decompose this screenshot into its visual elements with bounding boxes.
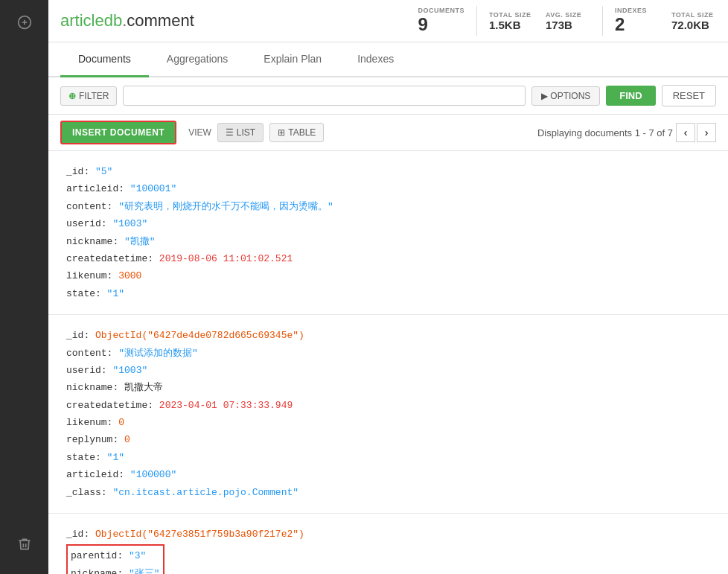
doc-field: userid: "1003" xyxy=(66,215,710,232)
filter-icon: ⊕ xyxy=(68,91,76,101)
filter-toolbar: ⊕ FILTER ▶ OPTIONS FIND RESET xyxy=(48,77,728,115)
document-card-3: _id: ObjectId("6427e3851f759b3a90f217e2"… xyxy=(48,514,728,574)
table-icon: ⊞ xyxy=(278,127,285,138)
doc-field-parentid: parentid: "3" xyxy=(71,547,160,564)
tab-explain-plan[interactable]: Explain Plan xyxy=(246,42,339,77)
find-button[interactable]: FIND xyxy=(606,86,655,106)
avg-size-label: AVG. SIZE xyxy=(546,11,581,19)
db-name: articledb xyxy=(60,11,122,30)
list-icon: ☰ xyxy=(226,127,234,138)
doc-field: nickname: 凯撒大帝 xyxy=(66,379,710,396)
total-size-label1: TOTAL SIZE xyxy=(489,11,531,19)
tab-documents[interactable]: Documents xyxy=(60,42,149,77)
indexes-count: 2 xyxy=(615,14,625,35)
sidebar xyxy=(0,0,48,574)
collection-name: comment xyxy=(127,11,194,30)
reset-button[interactable]: RESET xyxy=(662,85,716,106)
next-page-button[interactable]: › xyxy=(697,123,716,142)
doc-field: likenum: 3000 xyxy=(66,267,710,284)
prev-page-button[interactable]: ‹ xyxy=(676,123,695,142)
doc-field: state: "1" xyxy=(66,449,710,466)
total-size-value2: 72.0KB xyxy=(671,19,709,31)
documents-stat: DOCUMENTS 9 xyxy=(418,7,465,35)
total-size-label2: TOTAL SIZE xyxy=(671,11,714,19)
doc-field: _class: "cn.itcast.article.pojo.Comment" xyxy=(66,484,710,501)
doc-field-nickname: nickname: "张三" xyxy=(71,565,160,574)
doc-field: articleid: "100000" xyxy=(66,466,710,483)
divider1 xyxy=(476,6,477,36)
doc-field: userid: "1003" xyxy=(66,362,710,379)
doc-field: _id: ObjectId("6427e3851f759b3a90f217e2"… xyxy=(66,526,710,543)
avg-size-stat: AVG. SIZE 173B xyxy=(546,11,590,31)
collection-title: articledb.comment xyxy=(60,11,194,31)
total-size-stat2: TOTAL SIZE 72.0KB xyxy=(671,11,716,31)
doc-field: _id: ObjectId("6427de4de0782d665c69345e"… xyxy=(66,327,710,344)
tabs: Documents Aggregations Explain Plan Inde… xyxy=(48,42,728,77)
doc-field: replynum: 0 xyxy=(66,431,710,448)
filter-label: FILTER xyxy=(79,91,109,101)
indexes-label: INDEXES xyxy=(615,7,647,14)
document-card-2: _id: ObjectId("6427de4de0782d665c69345e"… xyxy=(48,315,728,514)
total-size-stat1: TOTAL SIZE 1.5KB xyxy=(489,11,534,31)
insert-document-button[interactable]: INSERT DOCUMENT xyxy=(60,121,176,144)
list-view-button[interactable]: ☰ LIST xyxy=(217,123,264,142)
doc-field: _id: "5" xyxy=(66,163,710,180)
doc-field: state: "1" xyxy=(66,285,710,302)
table-label: TABLE xyxy=(288,127,316,138)
documents-label: DOCUMENTS xyxy=(418,7,465,14)
doc-field: content: "研究表明，刚烧开的水千万不能喝，因为烫嘴。" xyxy=(66,198,710,215)
list-label: LIST xyxy=(237,127,255,138)
tab-aggregations[interactable]: Aggregations xyxy=(149,42,246,77)
table-view-button[interactable]: ⊞ TABLE xyxy=(269,123,324,142)
filter-input[interactable] xyxy=(123,86,526,106)
doc-field: content: "测试添加的数据" xyxy=(66,345,710,362)
divider2 xyxy=(602,6,603,36)
options-button[interactable]: ▶ OPTIONS xyxy=(531,86,600,106)
documents-count: 9 xyxy=(418,14,428,35)
sidebar-trash-icon[interactable] xyxy=(10,529,39,559)
view-label: VIEW xyxy=(188,127,211,138)
doc-field: likenum: 0 xyxy=(66,414,710,431)
doc-field: createdatetime: 2019-08-06 11:01:02.521 xyxy=(66,250,710,267)
page-info-text: Displaying documents 1 - 7 of 7 xyxy=(537,127,673,138)
doc-field: articleid: "100001" xyxy=(66,180,710,197)
tab-indexes[interactable]: Indexes xyxy=(339,42,412,77)
avg-size-value: 173B xyxy=(546,19,572,31)
indexes-stat: INDEXES 2 xyxy=(615,7,660,35)
main-content: articledb.comment DOCUMENTS 9 TOTAL SIZE… xyxy=(48,0,728,574)
highlight-box: parentid: "3" nickname: "张三" xyxy=(66,544,165,574)
document-toolbar: INSERT DOCUMENT VIEW ☰ LIST ⊞ TABLE Disp… xyxy=(48,115,728,151)
filter-button[interactable]: ⊕ FILTER xyxy=(60,86,117,106)
page-nav: ‹ › xyxy=(676,123,716,142)
sidebar-home-icon[interactable] xyxy=(10,7,39,37)
document-card-1: _id: "5" articleid: "100001" content: "研… xyxy=(48,151,728,315)
top-bar: articledb.comment DOCUMENTS 9 TOTAL SIZE… xyxy=(48,0,728,42)
doc-field: createdatetime: 2023-04-01 07:33:33.949 xyxy=(66,397,710,414)
page-info: Displaying documents 1 - 7 of 7 ‹ › xyxy=(537,123,716,142)
header-stats: DOCUMENTS 9 TOTAL SIZE 1.5KB AVG. SIZE 1… xyxy=(418,6,717,36)
documents-list: _id: "5" articleid: "100001" content: "研… xyxy=(48,151,728,574)
total-size-value1: 1.5KB xyxy=(489,19,521,31)
doc-field: nickname: "凯撒" xyxy=(66,233,710,250)
options-label: ▶ OPTIONS xyxy=(541,91,590,101)
